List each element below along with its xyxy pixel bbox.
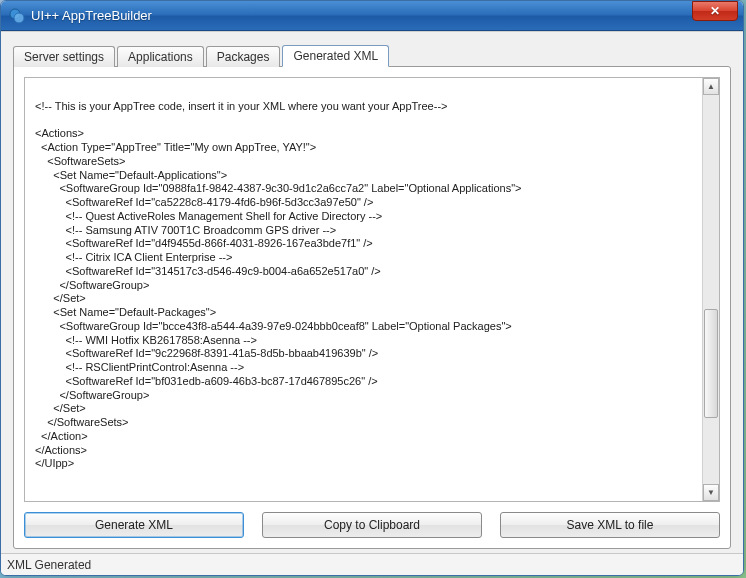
client-area: Server settings Applications Packages Ge… [1, 31, 743, 575]
save-xml-to-file-button[interactable]: Save XML to file [500, 512, 720, 538]
status-text: XML Generated [7, 558, 91, 572]
tab-generated-xml[interactable]: Generated XML [282, 45, 389, 67]
tab-body: <!-- This is your AppTree code, insert i… [13, 66, 731, 549]
button-row: Generate XML Copy to Clipboard Save XML … [24, 512, 720, 538]
close-icon: ✕ [710, 4, 720, 18]
tab-label: Generated XML [293, 49, 378, 63]
tabstrip: Server settings Applications Packages Ge… [13, 42, 731, 66]
tab-packages[interactable]: Packages [206, 46, 281, 67]
tab-label: Packages [217, 50, 270, 64]
app-icon [9, 8, 25, 24]
copy-to-clipboard-button[interactable]: Copy to Clipboard [262, 512, 482, 538]
button-label: Copy to Clipboard [324, 518, 420, 532]
scroll-up-arrow-icon[interactable]: ▲ [703, 78, 719, 95]
tab-label: Applications [128, 50, 193, 64]
scroll-track[interactable] [703, 95, 719, 484]
xml-output[interactable]: <!-- This is your AppTree code, insert i… [25, 78, 702, 501]
app-window: UI++ AppTreeBuilder ✕ Server settings Ap… [0, 0, 744, 576]
tab-label: Server settings [24, 50, 104, 64]
button-label: Save XML to file [567, 518, 654, 532]
close-button[interactable]: ✕ [692, 1, 738, 21]
titlebar: UI++ AppTreeBuilder ✕ [1, 1, 743, 31]
window-title: UI++ AppTreeBuilder [31, 8, 692, 23]
vertical-scrollbar[interactable]: ▲ ▼ [702, 78, 719, 501]
generate-xml-button[interactable]: Generate XML [24, 512, 244, 538]
xml-viewport: <!-- This is your AppTree code, insert i… [24, 77, 720, 502]
statusbar: XML Generated [1, 553, 743, 575]
button-label: Generate XML [95, 518, 173, 532]
tab-applications[interactable]: Applications [117, 46, 204, 67]
scroll-thumb[interactable] [704, 309, 718, 418]
scroll-down-arrow-icon[interactable]: ▼ [703, 484, 719, 501]
svg-point-1 [14, 13, 24, 23]
tab-server-settings[interactable]: Server settings [13, 46, 115, 67]
content-pane: Server settings Applications Packages Ge… [1, 32, 743, 553]
